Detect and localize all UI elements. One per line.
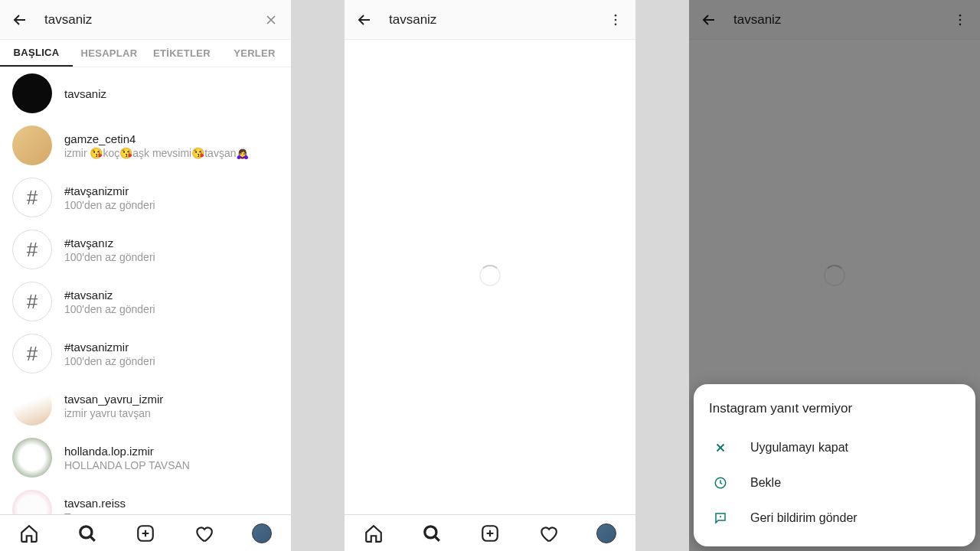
search-results: tavsanizgamze_cetin4izmir 😘koç😘aşk mevsi…: [0, 67, 291, 514]
clock-icon: [712, 474, 729, 491]
search-result-item[interactable]: gamze_cetin4izmir 😘koç😘aşk mevsimi😘tavşa…: [0, 119, 291, 171]
hashtag-icon: #: [12, 334, 52, 373]
result-title: #tavşanizmir: [64, 184, 279, 197]
user-avatar: [12, 386, 52, 425]
home-icon[interactable]: [18, 523, 40, 544]
result-subtitle: 100'den az gönderi: [64, 199, 279, 211]
dialog-option-label: Bekle: [750, 476, 781, 490]
result-title: #tavşanız: [64, 236, 279, 249]
result-subtitle: 100'den az gönderi: [64, 251, 279, 263]
svg-point-2: [615, 14, 617, 16]
close-icon: [712, 439, 729, 456]
dialog-feedback[interactable]: Geri bildirim gönder: [709, 500, 960, 536]
back-arrow[interactable]: [11, 11, 29, 29]
result-title: gamze_cetin4: [64, 132, 279, 145]
result-subtitle: izmir yavru tavşan: [64, 407, 279, 419]
search-result-item[interactable]: ##tavsanizmir100'den az gönderi: [0, 328, 291, 380]
search-result-item[interactable]: hollanda.lop.izmirHOLLANDA LOP TAVSAN: [0, 432, 291, 484]
profile-avatar[interactable]: [596, 523, 617, 544]
result-title: tavsan.reiss: [64, 497, 279, 510]
dialog-wait[interactable]: Bekle: [709, 465, 960, 500]
result-subtitle: 100'den az gönderi: [64, 303, 279, 315]
bottom-nav: [345, 514, 635, 551]
tab-places[interactable]: YERLER: [218, 40, 291, 67]
add-post-icon[interactable]: [135, 523, 156, 544]
back-arrow[interactable]: [355, 11, 374, 29]
tab-tags[interactable]: ETİKETLER: [145, 40, 218, 67]
svg-point-4: [615, 23, 617, 25]
feedback-icon: [712, 510, 729, 527]
result-title: #tavsanizmir: [64, 341, 279, 354]
home-icon[interactable]: [363, 523, 384, 544]
search-input[interactable]: tavsaniz: [44, 12, 262, 28]
user-avatar: [12, 126, 52, 165]
result-subtitle: HOLLANDA LOP TAVSAN: [64, 459, 279, 471]
result-title: tavsan_yavru_izmir: [64, 393, 279, 406]
dialog-title: Instagram yanıt vermiyor: [709, 401, 960, 416]
search-result-item[interactable]: tavsan_yavru_izmirizmir yavru tavşan: [0, 380, 291, 432]
dialog-close-app[interactable]: Uygulamayı kapat: [709, 430, 960, 465]
svg-point-0: [80, 526, 92, 537]
result-title: tavsaniz: [64, 87, 279, 100]
svg-point-3: [615, 18, 617, 21]
tab-accounts[interactable]: HESAPLAR: [73, 40, 145, 67]
search-icon[interactable]: [421, 523, 443, 544]
loading-spinner: [479, 265, 501, 286]
result-subtitle: izmir 😘koç😘aşk mevsimi😘tavşan🙇‍♀️: [64, 147, 279, 159]
search-result-item[interactable]: tavsaniz: [0, 67, 291, 119]
hashtag-icon: #: [12, 178, 52, 217]
result-title: #tavsaniz: [64, 289, 279, 302]
user-avatar: [12, 73, 52, 113]
hashtag-icon: #: [12, 282, 52, 321]
user-avatar: [12, 490, 52, 514]
search-result-item[interactable]: ##tavsaniz100'den az gönderi: [0, 276, 291, 328]
result-subtitle: 100'den az gönderi: [64, 355, 279, 367]
anr-dialog: Instagram yanıt vermiyor Uygulamayı kapa…: [694, 384, 975, 546]
search-result-item[interactable]: ##tavşanız100'den az gönderi: [0, 223, 291, 276]
dialog-option-label: Uygulamayı kapat: [750, 441, 848, 455]
result-title: hollanda.lop.izmir: [64, 445, 279, 458]
more-options-icon[interactable]: [606, 11, 625, 29]
clear-search-icon[interactable]: [262, 11, 280, 29]
bottom-nav: [0, 514, 291, 551]
search-result-item[interactable]: ##tavşanizmir100'den az gönderi: [0, 171, 291, 223]
search-icon[interactable]: [77, 523, 98, 544]
profile-avatar[interactable]: [251, 523, 273, 544]
add-post-icon[interactable]: [479, 523, 501, 544]
hashtag-icon: #: [12, 230, 52, 269]
activity-icon[interactable]: [537, 523, 559, 544]
dialog-option-label: Geri bildirim gönder: [750, 511, 858, 525]
user-avatar: [12, 438, 52, 478]
svg-point-5: [425, 526, 436, 537]
tab-top[interactable]: BAŞLICA: [0, 40, 73, 67]
page-title: tavsaniz: [389, 12, 606, 28]
search-tabs: BAŞLICA HESAPLAR ETİKETLER YERLER: [0, 40, 291, 67]
search-result-item[interactable]: tavsan.reissTavşanızzzz: [0, 484, 291, 514]
activity-icon[interactable]: [193, 523, 214, 544]
